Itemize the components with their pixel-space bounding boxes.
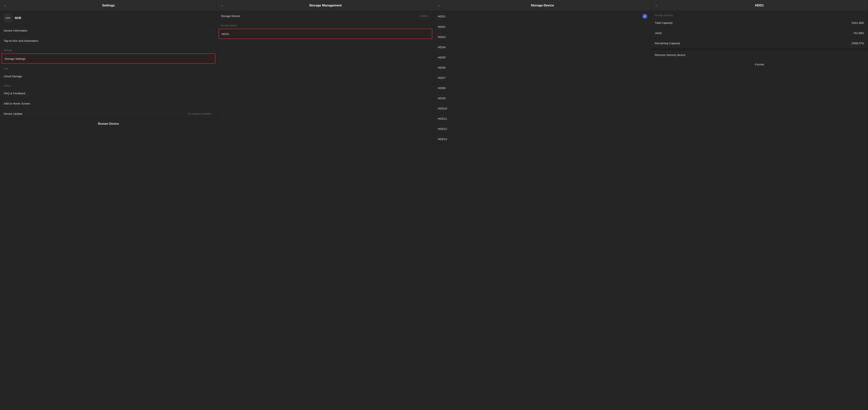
hdd1-detail-back-button[interactable]: ‹ (654, 2, 658, 8)
hdd-list-label-hdd12: HDD12 (438, 127, 647, 130)
storage-device-title: Storage Device (531, 4, 554, 7)
hdd-list-item-hdd4[interactable]: HDD4 (434, 42, 651, 52)
restart-device-label: Restart Device (98, 122, 119, 125)
hdd1-management-label: HDD1 (222, 32, 429, 35)
total-capacity-value: 3341.46G (851, 21, 864, 24)
storage-device-header: ‹ Storage Device (434, 0, 651, 11)
storage-settings-chevron-icon: › (211, 57, 212, 60)
hdd1-detail-header: ‹ HDD1 (651, 0, 868, 11)
hdd-list-label-hdd7: HDD7 (438, 76, 647, 80)
faq-chevron-icon: › (212, 92, 213, 95)
remaining-capacity-row: Remaining Capacity 2598.57G (651, 38, 868, 49)
format-button[interactable]: Format (651, 60, 868, 69)
hdd-list-item-hdd9[interactable]: HDD9 (434, 93, 651, 103)
hdd-list-item-hdd12[interactable]: HDD12 (434, 124, 651, 134)
device-update-label: Device Update (4, 112, 188, 115)
storage-device-panel: ‹ Storage Device HDD1✓HDD2HDD3HDD4HDD5HD… (434, 0, 651, 410)
used-label: Used (655, 31, 853, 35)
nvr-label: NVR (15, 17, 212, 20)
hdd-list-item-hdd8[interactable]: HDD8 (434, 83, 651, 93)
others-section-label: Others (0, 82, 217, 88)
storage-settings-item[interactable]: Storage Settings › (1, 54, 215, 64)
hdd-list-label-hdd5: HDD5 (438, 56, 647, 59)
used-value: 742.89G (853, 31, 864, 35)
remaining-capacity-value: 2598.57G (851, 41, 864, 45)
settings-content: NVR NVR › Device Information › Tap-to-Ru… (0, 11, 217, 410)
nvr-item[interactable]: NVR NVR › (0, 11, 217, 26)
hdd-list-label-hdd9: HDD9 (438, 97, 647, 100)
storage-device-content: HDD1✓HDD2HDD3HDD4HDD5HDD6HDD7HDD8HDD9HDD… (434, 11, 651, 410)
cloud-storage-label: Cloud Storage (4, 75, 212, 78)
storage-device-row[interactable]: Storage Device HDD1 › (217, 11, 434, 21)
hdd-list-label-hdd10: HDD10 (438, 107, 647, 110)
hdd-check-icon-hdd1: ✓ (643, 14, 647, 19)
divider (651, 49, 868, 50)
faq-label: FAQ & Feedback (4, 92, 212, 95)
storage-management-panel: ‹ Storage Management Storage Device HDD1… (217, 0, 434, 410)
hdd-list: HDD1✓HDD2HDD3HDD4HDD5HDD6HDD7HDD8HDD9HDD… (434, 11, 651, 144)
hdd-list-item-hdd13[interactable]: HDD13 (434, 134, 651, 144)
tap-to-run-item[interactable]: Tap-to-Run and Automation › (0, 36, 217, 46)
vas-section-label: VAS (0, 64, 217, 71)
add-home-label: Add to Home Screen (4, 102, 212, 105)
hdd-list-item-hdd7[interactable]: HDD7 (434, 73, 651, 83)
remove-memory-device-chevron-icon: › (863, 54, 864, 56)
add-home-item[interactable]: Add to Home Screen › (0, 98, 217, 109)
storage-device-row-label: Storage Device (221, 14, 421, 18)
storage-management-title: Storage Management (309, 4, 342, 7)
settings-title: Settings (102, 4, 115, 7)
settings-back-button[interactable]: ‹ (3, 2, 7, 8)
device-update-chevron-icon: › (212, 112, 213, 115)
add-home-chevron-icon: › (212, 102, 213, 105)
remove-memory-device-item[interactable]: Remove memory device › (651, 50, 868, 60)
hdd-list-label-hdd13: HDD13 (438, 137, 647, 140)
hdd-list-label-hdd4: HDD4 (438, 45, 647, 49)
remaining-capacity-label: Remaining Capacity (655, 41, 852, 45)
hdd1-management-item[interactable]: HDD1 › (219, 29, 433, 39)
tap-to-run-chevron-icon: › (212, 39, 213, 42)
hdd-list-item-hdd6[interactable]: HDD6 (434, 63, 651, 73)
hdd-list-item-hdd5[interactable]: HDD5 (434, 52, 651, 63)
hdd-list-item-hdd10[interactable]: HDD10 (434, 103, 651, 114)
faq-item[interactable]: FAQ & Feedback › (0, 88, 217, 98)
hdd-list-item-hdd3[interactable]: HDD3 (434, 32, 651, 42)
cloud-storage-item[interactable]: Cloud Storage › (0, 71, 217, 82)
remove-memory-device-label: Remove memory device (655, 53, 863, 57)
hdd-list-item-hdd11[interactable]: HDD11 (434, 114, 651, 124)
storage-settings-label: Storage Settings (4, 57, 211, 60)
hdd-list-label-hdd8: HDD8 (438, 86, 647, 90)
hdd1-management-chevron-icon: › (429, 33, 429, 35)
storage-section-label: Storage (0, 46, 217, 53)
tap-to-run-label: Tap-to-Run and Automation (4, 39, 212, 42)
hdd-list-label-hdd11: HDD11 (438, 117, 647, 120)
storage-device-section-label: Storage Device (217, 21, 434, 28)
total-capacity-row: Total Capacity 3341.46G (651, 18, 868, 28)
storage-capacity-section-label: Storage Capacity (651, 11, 868, 18)
device-update-badge: No updates available (188, 112, 211, 115)
device-update-item[interactable]: Device Update No updates available › (0, 109, 217, 119)
format-label: Format (755, 63, 764, 66)
device-information-label: Device Information (4, 29, 212, 32)
hdd1-detail-content: Storage Capacity Total Capacity 3341.46G… (651, 11, 868, 410)
device-information-item[interactable]: Device Information › (0, 26, 217, 36)
nvr-chevron-icon: › (212, 17, 213, 20)
total-capacity-label: Total Capacity (655, 21, 852, 24)
storage-management-header: ‹ Storage Management (217, 0, 434, 11)
cloud-storage-chevron-icon: › (212, 75, 213, 78)
hdd-list-label-hdd6: HDD6 (438, 66, 647, 69)
hdd-list-label-hdd3: HDD3 (438, 35, 647, 38)
hdd-list-label-hdd2: HDD2 (438, 25, 647, 28)
storage-management-content: Storage Device HDD1 › Storage Device HDD… (217, 11, 434, 410)
hdd-list-item-hdd1[interactable]: HDD1✓ (434, 11, 651, 22)
storage-device-row-value: HDD1 (421, 14, 428, 18)
device-information-chevron-icon: › (212, 29, 213, 32)
restart-device-button[interactable]: Restart Device (0, 119, 217, 129)
storage-device-back-button[interactable]: ‹ (437, 2, 441, 8)
storage-device-chevron-icon: › (429, 14, 430, 18)
storage-management-back-button[interactable]: ‹ (220, 2, 224, 8)
nvr-icon: NVR (4, 14, 12, 22)
hdd-list-item-hdd2[interactable]: HDD2 (434, 22, 651, 32)
hdd1-detail-panel: ‹ HDD1 Storage Capacity Total Capacity 3… (651, 0, 868, 410)
hdd1-detail-title: HDD1 (755, 4, 764, 7)
settings-header: ‹ Settings (0, 0, 217, 11)
